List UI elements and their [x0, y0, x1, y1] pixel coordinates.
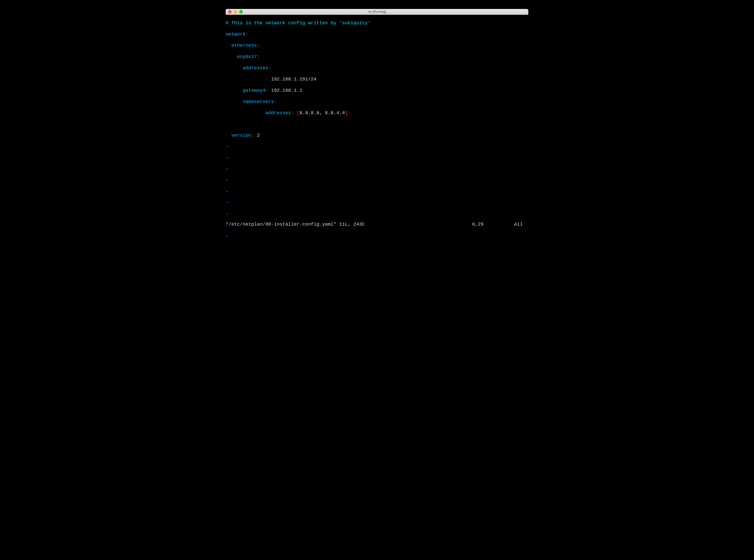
vim-tilde: ~	[226, 212, 229, 217]
colon: :	[268, 65, 271, 71]
vm-window: vm [Running] # This is the network confi…	[226, 9, 528, 240]
key-nameservers: nameservers	[243, 99, 274, 104]
list-dash: -	[265, 77, 268, 82]
vim-tilde: ~	[226, 155, 229, 161]
key-network: network	[226, 32, 246, 37]
bracket-close: ]	[345, 111, 348, 116]
key-interface: enp0s17	[237, 54, 257, 60]
colon: :	[251, 133, 254, 138]
vim-tilde: ~	[226, 234, 229, 239]
yaml-comment: # This is the network config written by …	[226, 20, 370, 26]
status-cursor-pos: 6,29	[472, 222, 483, 227]
vim-tilde: ~	[226, 144, 229, 149]
terminal-area[interactable]: # This is the network config written by …	[226, 15, 528, 240]
titlebar[interactable]: vm [Running]	[226, 9, 528, 15]
colon: :	[257, 43, 260, 48]
colon: :	[257, 54, 260, 60]
key-ethernets: ethernets	[231, 43, 257, 48]
status-file: "/etc/netplan/00-installer-config.yaml" …	[226, 222, 365, 227]
vim-tilde: ~	[226, 200, 229, 206]
zoom-icon[interactable]	[239, 10, 243, 14]
colon: :	[291, 111, 294, 116]
vim-tilde: ~	[226, 178, 229, 183]
window-title: vm [Running]	[226, 10, 528, 14]
key-ns-addresses: addresses	[265, 111, 291, 116]
key-version: version	[231, 133, 251, 138]
value-address-item: 192.168.1.191/24	[271, 77, 317, 82]
close-icon[interactable]	[228, 10, 232, 14]
colon: :	[274, 99, 277, 104]
value-gateway4: 192.168.1.1	[271, 88, 302, 93]
vim-status-bar: "/etc/netplan/00-installer-config.yaml" …	[226, 222, 528, 227]
vim-tilde: ~	[226, 166, 229, 172]
traffic-lights	[226, 10, 243, 14]
colon: :	[265, 88, 268, 93]
key-gateway4: gateway4	[243, 88, 266, 93]
vim-tilde: ~	[226, 189, 229, 195]
status-scroll: All	[514, 222, 523, 227]
value-version: 2	[257, 133, 260, 138]
bracket-open: [	[297, 111, 299, 116]
colon: :	[246, 32, 248, 37]
value-ns-addresses: 8.8.8.8, 8.8.4.4	[299, 111, 345, 116]
key-addresses: addresses	[243, 65, 268, 71]
minimize-icon[interactable]	[234, 10, 237, 14]
